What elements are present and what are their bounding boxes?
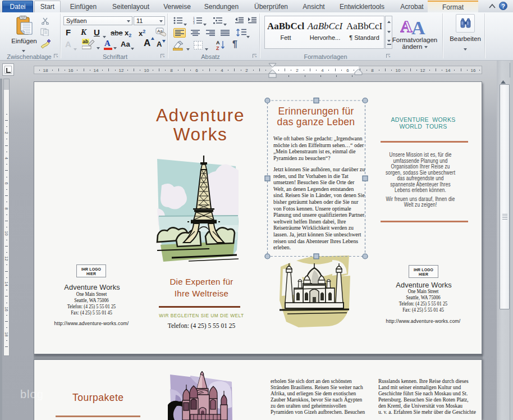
svg-text:A: A: [216, 40, 220, 45]
svg-text:Z: Z: [216, 45, 219, 51]
svg-text:3: 3: [193, 21, 195, 24]
svg-text:A: A: [400, 17, 413, 35]
svg-text:A: A: [411, 17, 425, 35]
svg-text:ab: ab: [83, 39, 89, 44]
